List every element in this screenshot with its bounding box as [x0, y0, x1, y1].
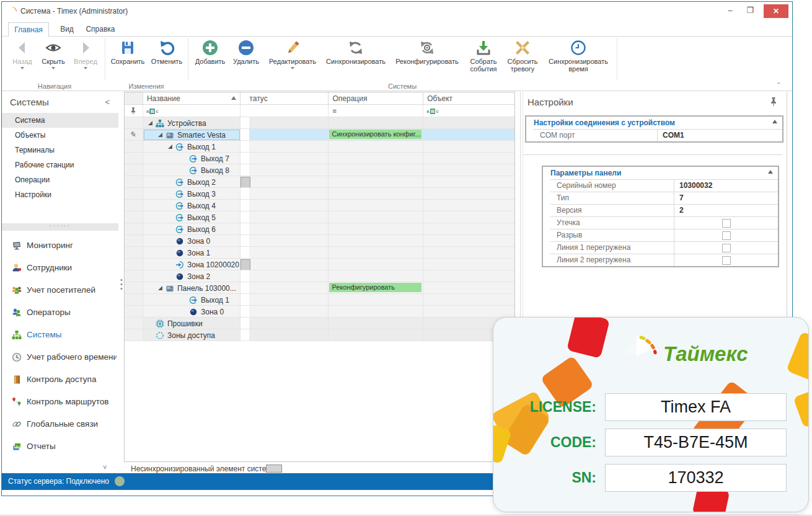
table-row[interactable]: Зона 10200020 [125, 259, 514, 270]
nav-item-rabochie-stancii[interactable]: Рабочие станции [2, 158, 118, 172]
table-row[interactable]: Выход 1 [125, 294, 514, 306]
tab-vid[interactable]: Вид [54, 22, 80, 37]
sidebar-splitter-handle[interactable]: ······ [2, 223, 118, 231]
table-row[interactable]: Выход 5 [125, 211, 514, 223]
hide-button[interactable]: Скрыть [39, 39, 68, 69]
table-row[interactable]: Выход 1 [125, 141, 514, 153]
module-uchet-rabochego-vremeni[interactable]: Учет рабочего времени [2, 346, 118, 368]
cancel-button[interactable]: Отменить [148, 39, 185, 65]
break-checkbox[interactable] [722, 231, 731, 240]
alarm-cross-icon [514, 39, 531, 56]
minimize-button[interactable]: – [722, 5, 739, 17]
leak-checkbox[interactable] [722, 219, 731, 228]
table-row[interactable]: Зона 0 [125, 235, 514, 247]
module-sistemy[interactable]: Системы [2, 324, 118, 346]
expand-icon[interactable] [158, 133, 162, 137]
tab-glavnaya[interactable]: Главная [8, 22, 49, 37]
expand-icon[interactable] [168, 145, 172, 149]
eye-icon [45, 39, 62, 56]
filter-name-cell[interactable]: aBc [143, 105, 241, 117]
table-row[interactable]: Зона 1 [125, 247, 514, 259]
pin-icon[interactable] [769, 97, 778, 107]
module-operatory[interactable]: Операторы [2, 301, 118, 324]
synchronize-button[interactable]: Синхронизировать [323, 39, 389, 65]
table-row[interactable]: Выход 8 [125, 164, 514, 176]
chip-icon [156, 319, 164, 328]
module-monitoring[interactable]: Мониторинг [2, 234, 118, 257]
table-row[interactable]: Выход 4 [125, 200, 514, 211]
column-header-object[interactable]: Объект [423, 92, 514, 105]
maximize-button[interactable]: ❐ [741, 5, 759, 17]
group-separator [188, 38, 188, 80]
column-header-operation[interactable]: Операция [329, 92, 423, 105]
add-button[interactable]: Добавить [193, 39, 227, 65]
operators-icon [12, 308, 22, 318]
line2-overload-checkbox[interactable] [722, 256, 731, 265]
module-globalnye-svyazi[interactable]: Глобальные связи [2, 413, 118, 435]
table-row-selected[interactable]: ✎ Smartec Vesta Синхронизировать конфиг.… [125, 129, 514, 141]
table-row[interactable]: Панель 103000... Реконфигурировать [125, 282, 514, 294]
edit-button[interactable]: Редактировать [265, 39, 320, 69]
close-button[interactable]: ✕ [764, 4, 788, 18]
sidebar-collapse-icon[interactable]: < [105, 97, 110, 107]
nav-item-terminaly[interactable]: Терминалы [2, 143, 118, 158]
group-title: Настройки соединения с устройством [534, 118, 675, 127]
module-uchet-posetiteley[interactable]: Учет посетителей [2, 279, 118, 301]
delete-button[interactable]: Удалить [230, 39, 262, 65]
expand-icon[interactable] [158, 286, 162, 290]
operation-badge: Синхронизировать конфиг... [329, 130, 421, 139]
nav-item-operacii[interactable]: Операции [2, 172, 118, 187]
collapse-group-icon[interactable] [772, 120, 777, 123]
expand-icon[interactable] [148, 121, 152, 125]
module-kontrol-dostupa[interactable]: Контроль доступа [2, 368, 118, 391]
table-row[interactable]: Зона 0 [125, 306, 514, 318]
table-row[interactable]: Прошивки [125, 318, 514, 329]
module-kontrol-marshrutov[interactable]: Контроль маршрутов [2, 391, 118, 413]
nav-item-nastroyki[interactable]: Настройки [2, 187, 118, 202]
output-icon [189, 166, 198, 175]
settings-row: Утечка [550, 216, 778, 229]
back-button[interactable]: Назад [9, 39, 35, 69]
table-row[interactable]: Зона 2 [125, 270, 514, 282]
timex-logo-icon [617, 332, 662, 373]
reconfigure-button[interactable]: Реконфигурировать [391, 39, 463, 65]
collapse-group-icon[interactable] [768, 170, 773, 174]
sidebar-vertical-splitter[interactable]: ••• [118, 92, 124, 473]
sync-time-button[interactable]: Синхронизировать время [544, 39, 613, 73]
connection-status-indicator [115, 476, 125, 486]
sidebar-overflow-chevron-icon[interactable]: ˅ [103, 463, 107, 471]
ribbon-collapse-chevron-icon[interactable]: ⌃ [776, 81, 781, 88]
table-row[interactable]: Зоны доступа [125, 329, 514, 341]
table-row[interactable]: Выход 7 [125, 153, 514, 164]
settings-row: Линия 2 перегружена [550, 254, 778, 266]
column-header-name[interactable]: Название [143, 92, 241, 105]
version-value[interactable]: 2 [674, 205, 778, 216]
reset-alarm-button[interactable]: Сбросить тревогу [504, 39, 541, 73]
group-title: Параметры панели [550, 169, 621, 177]
table-row[interactable]: Выход 6 [125, 223, 514, 235]
nav-item-obekty[interactable]: Объекты [2, 128, 118, 143]
column-header-status[interactable]: Статус [241, 92, 329, 105]
visitors-icon [12, 285, 22, 295]
com-port-value[interactable]: COM1 [658, 130, 782, 141]
save-button[interactable]: Сохранить [108, 39, 147, 65]
header-indicator-cell [125, 92, 143, 105]
nav-item-sistema[interactable]: Система [2, 113, 118, 128]
module-otchety[interactable]: Отчеты [2, 435, 118, 458]
group-label-navigation: Навигация [8, 82, 101, 90]
line1-overload-checkbox[interactable] [722, 244, 731, 252]
tab-spravka[interactable]: Справка [82, 22, 118, 37]
type-value[interactable]: 7 [674, 192, 778, 204]
filter-object-cell[interactable]: aBc [423, 105, 514, 117]
table-row[interactable]: Устройства [125, 117, 514, 129]
filter-operation-cell[interactable]: = [329, 105, 423, 117]
table-row[interactable]: Выход 2 [125, 176, 514, 188]
forward-button[interactable]: Вперед [71, 39, 100, 69]
page-bottom-divider [0, 515, 812, 515]
serial-number-value[interactable]: 10300032 [674, 180, 778, 192]
filter-pin-cell[interactable] [125, 105, 143, 117]
table-row[interactable]: Выход 3 [125, 188, 514, 200]
module-sotrudniki[interactable]: Сотрудники [2, 257, 118, 279]
collect-events-button[interactable]: Собрать события [466, 39, 501, 73]
filter-status-cell[interactable]: = [241, 105, 329, 117]
